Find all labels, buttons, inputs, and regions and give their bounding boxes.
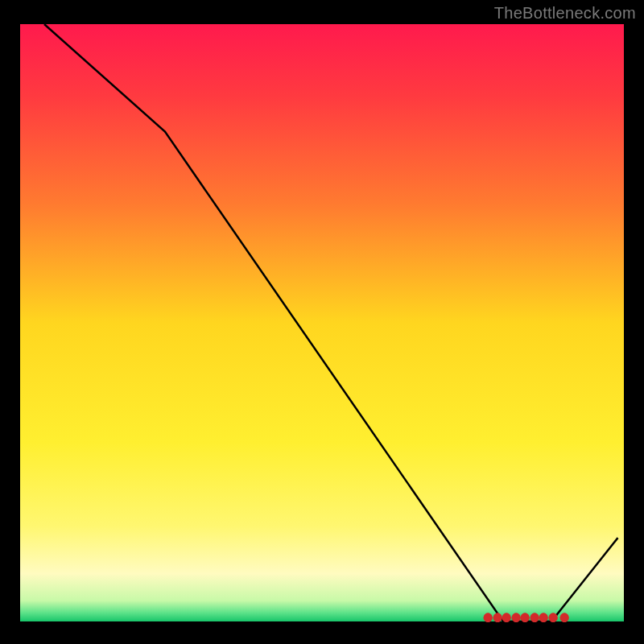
plot-area (20, 24, 624, 621)
watermark-text: TheBottleneck.com (494, 4, 636, 23)
chart-frame: TheBottleneck.com ⬤⬤⬤⬤⬤⬤⬤⬤ ⬤ (0, 0, 644, 644)
gradient-rect (20, 24, 624, 621)
